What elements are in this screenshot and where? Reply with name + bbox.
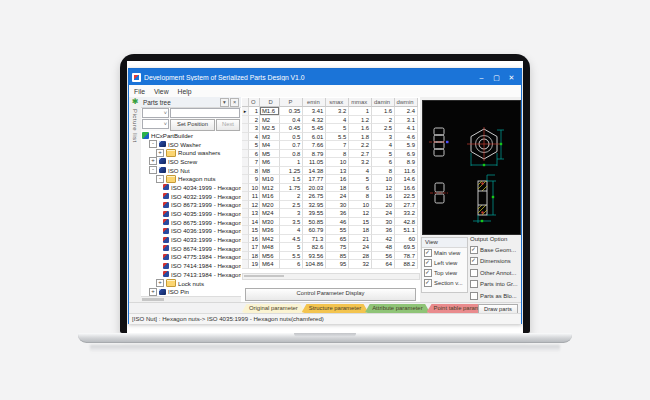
table-cell[interactable]: 27.7: [395, 201, 418, 210]
column-header[interactable]: mmax: [349, 98, 372, 107]
table-cell[interactable]: 75: [326, 243, 349, 252]
tab-original-parameter[interactable]: Original parameter: [242, 304, 305, 313]
table-cell[interactable]: 1.25: [280, 167, 303, 176]
table-cell[interactable]: 3.2: [349, 158, 372, 167]
tree-item[interactable]: ISO 7413:1984 - Hexagon...: [141, 270, 241, 279]
row-selector[interactable]: [242, 116, 249, 125]
tree-item[interactable]: HCxPartBuilder: [141, 131, 241, 140]
table-cell[interactable]: 17: [249, 243, 260, 252]
column-header[interactable]: smax: [326, 98, 349, 107]
table-row[interactable]: 14M303.550.8546153042.8: [242, 218, 418, 227]
checkbox-icon[interactable]: [470, 269, 478, 277]
table-cell[interactable]: 64: [372, 260, 395, 269]
table-cell[interactable]: 14: [249, 218, 260, 227]
table-cell[interactable]: 104.86: [303, 260, 326, 269]
checkbox-row[interactable]: Parts into Gr...: [470, 279, 520, 291]
tree-item[interactable]: ISO 4033:1999 - Hexagon...: [141, 235, 241, 244]
table-cell[interactable]: 5.45: [303, 124, 326, 133]
table-cell[interactable]: 95: [326, 260, 349, 269]
table-cell[interactable]: 2.4: [395, 107, 418, 116]
table-cell[interactable]: 10: [249, 184, 260, 193]
table-cell[interactable]: 11: [249, 192, 260, 201]
table-cell[interactable]: M24: [260, 209, 280, 218]
picture-list-tab[interactable]: Picture list: [132, 109, 138, 143]
checkbox-row[interactable]: Other Annot...: [470, 267, 520, 279]
table-cell[interactable]: 36: [372, 226, 395, 235]
table-cell[interactable]: 12: [372, 184, 395, 193]
table-cell[interactable]: 24: [349, 243, 372, 252]
table-cell[interactable]: 6: [372, 158, 395, 167]
tree-item[interactable]: -ISO Washer: [141, 140, 241, 149]
table-cell[interactable]: 5: [326, 124, 349, 133]
table-row[interactable]: 17M48582.675244869.5: [242, 243, 418, 252]
column-header[interactable]: damin: [372, 98, 395, 107]
table-cell[interactable]: 30: [326, 201, 349, 210]
row-selector[interactable]: [242, 124, 249, 133]
table-cell[interactable]: 5.5: [326, 133, 349, 142]
pin-panel-button[interactable]: ▾: [220, 98, 229, 107]
column-header[interactable]: emin: [303, 98, 326, 107]
checkbox-row[interactable]: Left view: [422, 258, 467, 268]
table-row[interactable]: 9M101.517.771651014.6: [242, 175, 418, 184]
expander-icon[interactable]: +: [149, 288, 157, 296]
minimize-button[interactable]: –: [475, 72, 488, 83]
row-selector[interactable]: [242, 226, 249, 235]
tree-item[interactable]: +ISO Pin: [141, 287, 241, 296]
table-cell[interactable]: 18: [249, 252, 260, 261]
table-row[interactable]: 3M2.50.455.4551.62.54.1: [242, 124, 418, 133]
table-cell[interactable]: 3: [372, 133, 395, 142]
table-cell[interactable]: 56: [372, 252, 395, 261]
table-row[interactable]: 10M121.7520.031861216.6: [242, 184, 418, 193]
table-cell[interactable]: 1.75: [280, 184, 303, 193]
table-cell[interactable]: 7: [326, 141, 349, 150]
close-button[interactable]: ✕: [505, 72, 518, 83]
tree-item[interactable]: ISO 8673:1999 - Hexagon...: [141, 201, 241, 210]
tree-item[interactable]: ISO 4036:1999 - Hexagon...: [141, 227, 241, 236]
row-selector[interactable]: [242, 235, 249, 244]
table-cell[interactable]: 85: [326, 252, 349, 261]
table-cell[interactable]: 82.6: [303, 243, 326, 252]
expander-icon[interactable]: -: [149, 166, 157, 174]
table-cell[interactable]: 1.6: [349, 124, 372, 133]
table-cell[interactable]: 0.8: [280, 150, 303, 159]
table-cell[interactable]: 8.79: [303, 150, 326, 159]
table-row[interactable]: 11M16226.752481622.5: [242, 192, 418, 201]
row-selector[interactable]: [242, 260, 249, 269]
table-cell[interactable]: 32.95: [303, 201, 326, 210]
table-cell[interactable]: 69.5: [395, 243, 418, 252]
scrollbar-thumb[interactable]: [244, 275, 284, 277]
table-cell[interactable]: 2: [249, 116, 260, 125]
table-cell[interactable]: 12: [349, 209, 372, 218]
table-cell[interactable]: 2.5: [372, 124, 395, 133]
table-cell[interactable]: 18: [349, 226, 372, 235]
column-header[interactable]: dwmin: [395, 98, 418, 107]
checkbox-icon[interactable]: [424, 279, 432, 287]
table-cell[interactable]: 5: [249, 141, 260, 150]
table-cell[interactable]: 4.5: [280, 235, 303, 244]
menu-file[interactable]: File: [134, 88, 145, 95]
checkbox-icon[interactable]: [424, 259, 432, 267]
tree-item[interactable]: ISO 4775:1984 - Hexagon...: [141, 253, 241, 262]
row-selector[interactable]: [242, 150, 249, 159]
expander-icon[interactable]: +: [156, 149, 164, 157]
row-selector[interactable]: [242, 243, 249, 252]
tree-item[interactable]: +Round washers: [141, 148, 241, 157]
table-cell[interactable]: M42: [260, 235, 280, 244]
checkbox-row[interactable]: Parts as Blo...: [470, 290, 520, 302]
checkbox-icon[interactable]: [470, 280, 478, 288]
table-cell[interactable]: 4: [280, 226, 303, 235]
row-selector[interactable]: [242, 133, 249, 142]
table-cell[interactable]: 2: [372, 116, 395, 125]
table-cell[interactable]: 71.3: [303, 235, 326, 244]
table-cell[interactable]: 51.1: [395, 226, 418, 235]
table-cell[interactable]: 4.32: [303, 116, 326, 125]
tree-item[interactable]: -Hexagon nuts: [141, 174, 241, 183]
table-cell[interactable]: 11.6: [395, 167, 418, 176]
table-cell[interactable]: M1.6: [260, 107, 280, 116]
next-button[interactable]: Next: [216, 119, 240, 131]
table-cell[interactable]: 8.9: [395, 158, 418, 167]
table-cell[interactable]: 21: [349, 235, 372, 244]
column-header[interactable]: P: [280, 98, 303, 107]
table-cell[interactable]: 6.9: [395, 150, 418, 159]
table-cell[interactable]: M12: [260, 184, 280, 193]
